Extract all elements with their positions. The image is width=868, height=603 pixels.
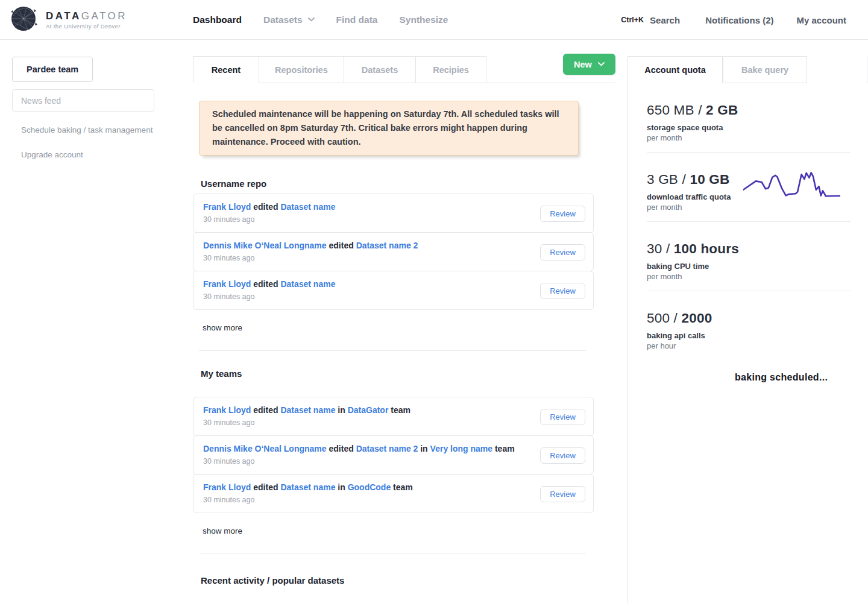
activity-in: in — [338, 482, 345, 492]
tab-recipies[interactable]: Recipies — [415, 56, 486, 83]
activity-team-suffix: team — [393, 482, 413, 492]
activity-team-link[interactable]: GoodCode — [348, 482, 391, 492]
tab-repositories[interactable]: Repositories — [259, 56, 344, 83]
header-right: Ctrl+K Search Notifications (2) My accou… — [621, 0, 846, 40]
quota-period: per month — [647, 203, 868, 211]
activity-user-link[interactable]: Dennis Mike O‘Neal Longname — [203, 444, 327, 453]
quota-label: baking CPU time — [647, 262, 868, 270]
maintenance-banner: Scheduled maintenance will be happening … — [199, 101, 579, 156]
review-button[interactable]: Review — [540, 244, 585, 260]
activity-dataset-link[interactable]: Dataset name — [280, 482, 335, 492]
activity-team-suffix: team — [495, 444, 515, 453]
section-title-username-repo: Username repo — [201, 178, 615, 189]
activity-dataset-link[interactable]: Dataset name 2 — [356, 241, 418, 250]
activity-row: Dennis Mike O‘Neal Longname edited Datas… — [193, 232, 594, 271]
quota-panel: Account quota Bake query 650 MB / 2 GB s… — [627, 56, 868, 603]
news-feed-box[interactable]: News feed — [12, 89, 154, 112]
divider — [199, 554, 586, 554]
activity-row: Frank Lloyd edited Dataset name in GoodC… — [193, 474, 594, 513]
new-button[interactable]: New — [563, 54, 615, 75]
activity-dataset-link[interactable]: Dataset name — [280, 279, 335, 289]
activity-line: Frank Lloyd edited Dataset name — [203, 202, 538, 212]
activity-time: 30 minutes ago — [203, 457, 538, 466]
activity-dataset-link[interactable]: Dataset name — [280, 202, 335, 212]
review-button[interactable]: Review — [540, 447, 585, 464]
tab-bake-query[interactable]: Bake query — [723, 56, 807, 83]
quota-label: storage space quota — [647, 124, 868, 131]
quota-label: baking api calls — [647, 332, 868, 339]
activity-time: 30 minutes ago — [203, 496, 538, 504]
nav-item-synthesize[interactable]: Synthesize — [399, 14, 448, 25]
download-traffic-sparkline — [743, 171, 840, 198]
tab-recent[interactable]: Recent — [193, 56, 259, 83]
quota-period: per month — [647, 273, 868, 280]
keyboard-shortcut-label: Ctrl+K — [621, 16, 644, 24]
activity-line: Dennis Mike O‘Neal Longname edited Datas… — [203, 241, 538, 250]
show-more-link[interactable]: show more — [203, 323, 242, 332]
quota-download-traffic: 3 GB / 10 GB download traffic quota per … — [628, 153, 868, 221]
sidebar-link-schedule-baking[interactable]: Schedule baking / task management — [21, 125, 157, 134]
search-control[interactable]: Ctrl+K Search — [621, 15, 680, 25]
activity-in: in — [420, 444, 427, 453]
nav-item-dashboard[interactable]: Dashboard — [193, 14, 242, 25]
activity-user-link[interactable]: Frank Lloyd — [203, 482, 251, 492]
main-tabbar: Recent Repositories Datasets Recipies Ne… — [193, 56, 615, 83]
review-button[interactable]: Review — [540, 283, 585, 299]
tab-account-quota[interactable]: Account quota — [628, 56, 723, 83]
activity-team-suffix: team — [391, 405, 410, 415]
activity-line: Frank Lloyd edited Dataset name — [203, 279, 538, 289]
activity-in: in — [338, 405, 345, 415]
brand-logo[interactable]: DATAGATOR At the University of Denver — [0, 4, 193, 36]
tab-edge-divider — [867, 56, 867, 83]
tab-datasets[interactable]: Datasets — [344, 56, 416, 83]
show-more-link[interactable]: show more — [203, 526, 242, 535]
brand-subtitle: At the University of Denver — [46, 23, 127, 30]
activity-action: edited — [329, 444, 354, 453]
activity-dataset-link[interactable]: Dataset name — [280, 405, 335, 415]
mesh-globe-icon — [9, 4, 38, 36]
activity-team-link[interactable]: Very long name — [430, 444, 492, 453]
top-header: DATAGATOR At the University of Denver Da… — [0, 0, 868, 40]
activity-action: edited — [253, 279, 278, 289]
nav-item-datasets[interactable]: Datasets — [263, 14, 315, 25]
brand-name: DATAGATOR — [46, 10, 127, 22]
activity-user-link[interactable]: Frank Lloyd — [203, 279, 251, 289]
activity-time: 30 minutes ago — [203, 292, 538, 301]
chevron-down-icon — [598, 62, 605, 66]
activity-line: Frank Lloyd edited Dataset name in GoodC… — [203, 482, 538, 492]
activity-user-link[interactable]: Frank Lloyd — [203, 405, 251, 415]
my-account-link[interactable]: My account — [796, 15, 846, 25]
quota-api-calls: 500 / 2000 baking api calls per hour — [628, 291, 868, 360]
quota-value: 30 / 100 hours — [647, 241, 868, 257]
review-button[interactable]: Review — [540, 486, 585, 502]
activity-list-username-repo: Frank Lloyd edited Dataset name 30 minut… — [193, 194, 594, 310]
activity-row: Frank Lloyd edited Dataset name in DataG… — [193, 397, 594, 436]
team-button[interactable]: Pardee team — [12, 57, 93, 82]
activity-list-my-teams: Frank Lloyd edited Dataset name in DataG… — [193, 397, 594, 513]
activity-action: edited — [253, 202, 278, 212]
activity-user-link[interactable]: Frank Lloyd — [203, 202, 251, 212]
activity-line: Dennis Mike O‘Neal Longname edited Datas… — [203, 444, 538, 453]
activity-action: edited — [329, 241, 354, 250]
review-button[interactable]: Review — [540, 409, 585, 425]
quota-storage: 650 MB / 2 GB storage space quota per mo… — [628, 83, 868, 152]
main-content: Recent Repositories Datasets Recipies Ne… — [193, 56, 615, 603]
quota-value: 650 MB / 2 GB — [647, 103, 868, 118]
activity-dataset-link[interactable]: Dataset name 2 — [356, 444, 418, 453]
left-sidebar: Pardee team News feed Schedule baking / … — [12, 57, 157, 159]
quota-period: per hour — [647, 342, 868, 350]
sidebar-link-upgrade-account[interactable]: Upgrade account — [21, 150, 157, 159]
review-button[interactable]: Review — [540, 206, 585, 222]
notifications-link[interactable]: Notifications (2) — [705, 15, 773, 25]
activity-team-link[interactable]: DataGator — [348, 405, 389, 415]
activity-user-link[interactable]: Dennis Mike O‘Neal Longname — [203, 241, 327, 250]
quota-tabbar: Account quota Bake query — [628, 56, 868, 83]
quota-period: per month — [647, 134, 868, 142]
activity-time: 30 minutes ago — [203, 215, 538, 224]
main-nav: Dashboard Datasets Find data Synthesize — [193, 14, 448, 25]
nav-item-find-data[interactable]: Find data — [336, 14, 378, 25]
search-link[interactable]: Search — [650, 15, 680, 25]
activity-time: 30 minutes ago — [203, 254, 538, 262]
divider — [199, 350, 586, 351]
quota-value: 500 / 2000 — [647, 311, 868, 326]
